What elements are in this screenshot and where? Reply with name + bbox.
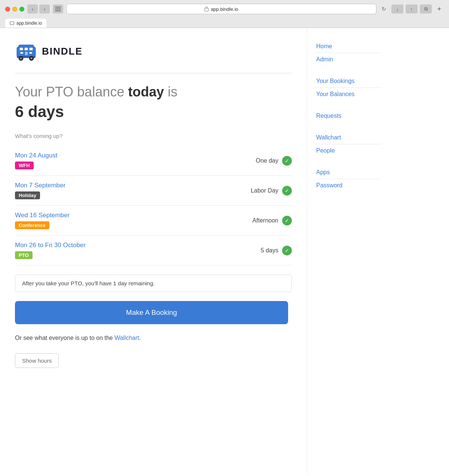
header-divider	[15, 73, 292, 73]
svg-point-14	[20, 57, 22, 59]
nav-group: HomeAdmin	[315, 40, 382, 66]
svg-point-16	[30, 57, 33, 59]
nav-spacer	[315, 69, 382, 75]
sidebar-item-requests[interactable]: Requests	[315, 110, 382, 122]
svg-rect-11	[29, 52, 32, 54]
svg-rect-9	[29, 47, 33, 50]
booking-header: Mon 24 August WFH One day ✓	[15, 152, 292, 169]
booking-left: Mon 26 to Fri 30 October PTO	[15, 242, 86, 259]
fullscreen-button[interactable]	[19, 7, 24, 12]
booking-duration: 5 days	[261, 247, 278, 254]
back-button[interactable]: ‹	[27, 4, 38, 13]
bookings-list: Mon 24 August WFH One day ✓ Mon 7 Septem…	[15, 146, 292, 265]
booking-tag: PTO	[15, 251, 33, 259]
sidebar-item-admin[interactable]: Admin	[315, 53, 382, 66]
booking-header: Mon 26 to Fri 30 October PTO 5 days ✓	[15, 242, 292, 259]
nav-spacer	[315, 125, 382, 131]
traffic-lights	[5, 7, 24, 12]
address-bar[interactable]: app.bindle.io	[66, 4, 376, 14]
svg-rect-0	[55, 7, 61, 7]
svg-rect-3	[205, 8, 208, 11]
wallchart-text-after: .	[139, 335, 141, 341]
download-button[interactable]: ↓	[391, 4, 403, 13]
booking-item: Mon 26 to Fri 30 October PTO 5 days ✓	[15, 236, 292, 265]
bindle-logo-icon: B	[15, 40, 37, 62]
browser-tab[interactable]: app.bindle.io	[5, 19, 46, 28]
logo-text: BINDLE	[42, 46, 83, 57]
sidebar-item-home[interactable]: Home	[315, 40, 382, 53]
browser-chrome: ‹ › app.bindle.io ↻ ↓ ↑ ⧉ + app.bindle.i…	[0, 0, 449, 28]
show-hours-button[interactable]: Show hours	[15, 353, 59, 368]
booking-right: One day ✓	[256, 156, 292, 166]
logo-area: B BINDLE	[15, 40, 292, 62]
check-icon: ✓	[282, 156, 292, 166]
booking-left: Mon 24 August WFH	[15, 152, 57, 169]
info-text: After you take your PTO, you'll have 1 d…	[22, 280, 155, 286]
nav-group: Requests	[315, 110, 382, 122]
wallchart-link[interactable]: Wallchart	[114, 335, 139, 341]
sidebar-item-password[interactable]: Password	[315, 179, 382, 192]
booking-date: Mon 7 September	[15, 182, 65, 189]
booking-right: 5 days ✓	[261, 246, 292, 255]
nav-group: AppsPassword	[315, 166, 382, 192]
sidebar-nav: HomeAdminYour BookingsYour BalancesReque…	[307, 28, 382, 474]
nav-group: Your BookingsYour Balances	[315, 75, 382, 101]
balance-heading: Your PTO balance today is	[15, 84, 292, 100]
close-button[interactable]	[5, 7, 10, 12]
tab-title: app.bindle.io	[16, 21, 42, 26]
nav-spacer	[315, 160, 382, 166]
today-emphasis: today	[128, 84, 164, 99]
sidebar-item-apps[interactable]: Apps	[315, 166, 382, 179]
booking-header: Mon 7 September Holiday Labor Day ✓	[15, 182, 292, 199]
booking-header: Wed 16 September Conference Afternoon ✓	[15, 212, 292, 229]
booking-right: Afternoon ✓	[253, 216, 292, 225]
booking-duration: Labor Day	[251, 187, 278, 194]
sidebar-toggle-button[interactable]	[53, 4, 63, 13]
balance-days: 6 days	[15, 103, 292, 121]
nav-group: WallchartPeople	[315, 131, 382, 157]
page-wrapper: B BINDLE Your PTO balance today is 6 day…	[0, 28, 449, 474]
booking-duration: One day	[256, 157, 278, 164]
check-icon: ✓	[282, 246, 292, 255]
check-icon: ✓	[282, 216, 292, 225]
booking-date: Wed 16 September	[15, 212, 70, 219]
wallchart-paragraph: Or see what everyone is up to on the Wal…	[15, 335, 292, 341]
sidebar-item-your-balances[interactable]: Your Balances	[315, 88, 382, 101]
svg-rect-1	[55, 9, 61, 9]
booking-item: Mon 24 August WFH One day ✓	[15, 146, 292, 176]
booking-left: Wed 16 September Conference	[15, 212, 70, 229]
booking-right: Labor Day ✓	[251, 186, 292, 196]
minimize-button[interactable]	[12, 7, 17, 12]
booking-tag: Holiday	[15, 191, 40, 199]
main-content: B BINDLE Your PTO balance today is 6 day…	[0, 28, 307, 474]
booking-left: Mon 7 September Holiday	[15, 182, 65, 199]
wallchart-text-before: Or see what everyone is up to on the	[15, 335, 114, 341]
make-booking-button[interactable]: Make A Booking	[15, 301, 288, 324]
svg-rect-2	[55, 10, 61, 11]
whats-coming-label: What's coming up?	[15, 133, 292, 139]
svg-rect-8	[24, 47, 28, 50]
new-tab-button[interactable]: +	[435, 4, 444, 13]
booking-item: Mon 7 September Holiday Labor Day ✓	[15, 176, 292, 206]
svg-rect-7	[19, 47, 23, 50]
info-box: After you take your PTO, you'll have 1 d…	[15, 274, 292, 292]
nav-spacer	[315, 104, 382, 110]
share-button[interactable]: ↑	[406, 4, 418, 13]
sidebar-item-people[interactable]: People	[315, 144, 382, 157]
reload-button[interactable]: ↻	[379, 4, 388, 13]
svg-text:B: B	[25, 52, 28, 56]
svg-rect-4	[10, 22, 14, 25]
url-text: app.bindle.io	[211, 6, 238, 12]
booking-date: Mon 26 to Fri 30 October	[15, 242, 86, 249]
check-icon: ✓	[282, 186, 292, 196]
booking-tag: WFH	[15, 162, 34, 169]
booking-item: Wed 16 September Conference Afternoon ✓	[15, 206, 292, 236]
tab-manage-button[interactable]: ⧉	[420, 4, 432, 13]
forward-button[interactable]: ›	[39, 4, 50, 13]
booking-duration: Afternoon	[253, 217, 278, 224]
booking-tag: Conference	[15, 221, 49, 229]
booking-date: Mon 24 August	[15, 152, 57, 159]
svg-rect-10	[20, 52, 23, 54]
sidebar-item-your-bookings[interactable]: Your Bookings	[315, 75, 382, 88]
sidebar-item-wallchart[interactable]: Wallchart	[315, 131, 382, 144]
